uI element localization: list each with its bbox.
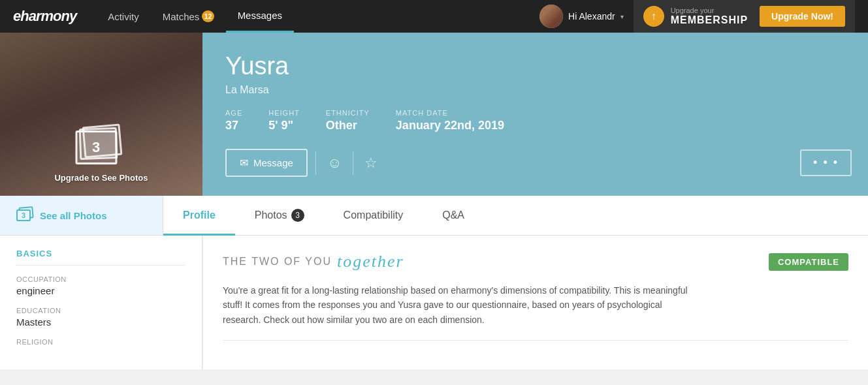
upgrade-big-text: MEMBERSHIP	[671, 14, 748, 26]
tabs: Profile Photos 3 Compatibility Q&A	[163, 196, 868, 235]
message-button[interactable]: ✉ Message	[225, 149, 308, 177]
age-label: AGE	[225, 109, 242, 117]
nav-activity[interactable]: Activity	[96, 0, 151, 33]
nav-matches[interactable]: Matches 12	[151, 0, 226, 33]
detail-match-date: MATCH DATE January 22nd, 2019	[396, 109, 504, 132]
occupation-value: engineer	[16, 285, 185, 296]
message-icon: ✉	[240, 157, 248, 169]
user-menu[interactable]: Hi Alexandr ▾	[530, 5, 634, 28]
occupation-label: OCCUPATION	[16, 275, 185, 283]
match-date-label: MATCH DATE	[396, 109, 504, 117]
age-value: 37	[225, 119, 238, 132]
upgrade-banner: ↑ Upgrade your MEMBERSHIP Upgrade Now!	[634, 0, 855, 33]
sidebar-education: EDUCATION Masters	[16, 307, 185, 328]
upgrade-small-text: Upgrade your	[671, 7, 748, 14]
together-header: THE TWO OF YOU together COMPATIBLE	[223, 252, 848, 271]
height-value: 5' 9"	[268, 119, 293, 132]
tab-compatibility[interactable]: Compatibility	[324, 196, 423, 236]
sidebar: BASICS OCCUPATION engineer EDUCATION Mas…	[0, 236, 202, 369]
nav-links: Activity Matches 12 Messages	[96, 0, 294, 33]
action-divider-2	[353, 151, 353, 175]
sidebar-occupation: OCCUPATION engineer	[16, 275, 185, 296]
photo-upgrade-text: Upgrade to See Photos	[54, 173, 148, 183]
together-title: THE TWO OF YOU together	[223, 252, 404, 271]
tabs-row: 3 See all Photos Profile Photos 3 Compat…	[0, 196, 868, 236]
dropdown-arrow: ▾	[620, 13, 624, 20]
ethnicity-label: ETHNICITY	[326, 109, 370, 117]
profile-hero: 3 Upgrade to See Photos Yusra La Marsa A…	[0, 33, 868, 196]
matches-badge: 12	[202, 10, 214, 22]
brand-logo: eharmony	[13, 8, 76, 25]
tab-photos[interactable]: Photos 3	[235, 196, 324, 236]
detail-height: HEIGHT 5' 9"	[268, 109, 300, 132]
photo-overlay: 3 Upgrade to See Photos	[54, 125, 148, 183]
nav-messages[interactable]: Messages	[226, 0, 294, 33]
upgrade-now-button[interactable]: Upgrade Now!	[760, 6, 845, 27]
navbar: eharmony Activity Matches 12 Messages Hi…	[0, 0, 868, 33]
favorite-button[interactable]: ☆	[361, 151, 381, 175]
detail-age: AGE 37	[225, 109, 242, 132]
ethnicity-value: Other	[326, 119, 357, 132]
religion-label: RELIGION	[16, 338, 185, 346]
together-prefix: THE TWO OF YOU	[223, 256, 332, 268]
tab-qa[interactable]: Q&A	[423, 196, 484, 236]
compatible-badge: COMPATIBLE	[769, 253, 848, 271]
action-divider-1	[315, 151, 316, 175]
profile-photo-section: 3 Upgrade to See Photos	[0, 33, 202, 196]
sidebar-religion: RELIGION	[16, 338, 185, 346]
profile-location: La Marsa	[225, 84, 848, 96]
username: Hi Alexandr	[568, 11, 615, 22]
tab-profile[interactable]: Profile	[163, 196, 235, 236]
profile-details: AGE 37 HEIGHT 5' 9" ETHNICITY Other MATC…	[225, 109, 848, 132]
upgrade-icon: ↑	[643, 6, 664, 27]
photos-count-badge: 3	[291, 209, 304, 222]
see-photos-button[interactable]: 3 See all Photos	[0, 196, 163, 235]
education-label: EDUCATION	[16, 307, 185, 315]
match-date-value: January 22nd, 2019	[396, 119, 504, 132]
avatar	[539, 5, 563, 28]
together-body: You're a great fit for a long-lasting re…	[223, 283, 693, 327]
emoji-button[interactable]: ☺	[324, 151, 345, 175]
profile-name: Yusra	[225, 52, 848, 80]
main-content: BASICS OCCUPATION engineer EDUCATION Mas…	[0, 236, 868, 369]
photo-icon: 3	[75, 125, 127, 168]
together-cursive: together	[337, 252, 404, 271]
education-value: Masters	[16, 316, 185, 328]
profile-content: THE TWO OF YOU together COMPATIBLE You'r…	[203, 236, 868, 369]
see-photos-label: See all Photos	[40, 210, 107, 221]
photo-count-badge: 3	[75, 131, 117, 164]
profile-info: Yusra La Marsa AGE 37 HEIGHT 5' 9" ETHNI…	[202, 33, 868, 196]
more-options-button[interactable]: • • •	[800, 149, 852, 176]
section-divider	[223, 340, 848, 341]
profile-actions: ✉ Message ☺ ☆	[225, 149, 848, 177]
height-label: HEIGHT	[268, 109, 300, 117]
sidebar-section-title: BASICS	[16, 249, 185, 266]
detail-ethnicity: ETHNICITY Other	[326, 109, 370, 132]
